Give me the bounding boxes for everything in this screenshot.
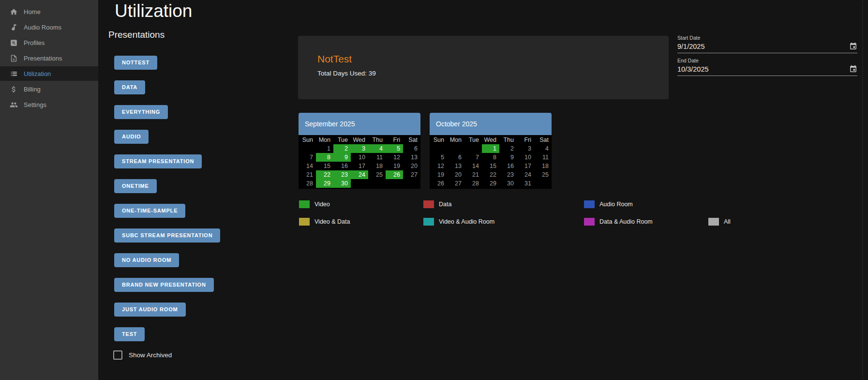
day-cell: 4 [368,144,386,153]
day-cell: 30 [499,179,517,188]
day-cell: 23 [333,170,351,179]
legend-label: Video & Data [314,218,350,225]
day-cell: 14 [464,162,482,170]
day-cell: 31 [517,179,534,188]
day-cell: 5 [430,153,447,162]
day-cell: 10 [517,153,534,162]
sidebar-item-label: Home [24,8,41,15]
day-cell: 30 [333,179,351,188]
presentation-button-just-audio-room[interactable]: JUST AUDIO ROOM [114,303,186,317]
calendar-picker-icon[interactable] [849,42,857,50]
start-date-input[interactable]: 9/1/2025 [677,43,704,50]
start-date-label: Start Date [677,35,857,41]
day-cell: 27 [403,170,420,179]
day-of-week-header: Wed [351,136,368,144]
legend-item-video-audio-room: Video & Audio Room [423,218,494,226]
show-archived-row: Show Archived [113,350,172,360]
legend-label: Audio Room [599,201,633,208]
legend-swatch [708,218,719,226]
sidebar-item-utilization[interactable]: Utilization [0,66,98,81]
day-cell: 22 [482,170,499,179]
start-date-field[interactable]: Start Date 9/1/2025 [677,35,857,53]
calendar-grid: SunMonTueWedThuFriSat1234567891011121314… [430,135,552,189]
day-cell: 13 [403,153,420,162]
legend-label: Video & Audio Room [439,218,494,225]
day-cell: 29 [482,179,499,188]
day-cell: 20 [447,170,464,179]
utilization-page: HomeAudio RoomsProfilesPresentationsUtil… [0,0,868,380]
day-cell: 26 [386,170,403,179]
day-cell: 3 [517,144,534,153]
day-cell: 29 [316,179,333,188]
day-cell: 18 [534,162,552,170]
sidebar-item-label: Presentations [24,55,62,62]
day-of-week-header: Thu [499,136,517,144]
day-cell: 6 [447,153,464,162]
legend-item-video-data: Video & Data [299,218,350,226]
presentation-button-data[interactable]: DATA [114,80,145,94]
legend-item-all: All [708,218,731,226]
day-cell: 24 [517,170,534,179]
presentation-button-nottest[interactable]: NOTTEST [114,56,157,70]
sidebar-item-settings[interactable]: Settings [0,97,98,112]
presentation-button-audio[interactable]: AUDIO [114,130,149,144]
show-archived-label: Show Archived [129,351,172,359]
empty-day-cell [534,179,552,188]
legend-swatch [423,218,434,226]
vertical-scrollbar[interactable] [862,0,868,380]
presentation-name: NotTest [317,53,352,65]
presentation-button-brand-new-presentation[interactable]: BRAND NEW PRESENTATION [114,278,214,292]
end-date-field[interactable]: End Date 10/3/2025 [677,58,857,76]
presentation-button-onetime[interactable]: ONETIME [114,179,157,193]
day-cell: 24 [351,170,368,179]
day-cell: 13 [447,162,464,170]
music-note-icon [10,23,18,31]
presentation-button-everything[interactable]: EVERYTHING [114,105,168,119]
home-icon [10,8,18,16]
calendar-grid: SunMonTueWedThuFriSat1234567891011121314… [299,135,420,189]
day-cell: 16 [333,162,351,170]
sidebar-nav: HomeAudio RoomsProfilesPresentationsUtil… [0,0,98,380]
end-date-label: End Date [677,58,857,63]
presentation-button-test[interactable]: TEST [114,327,145,341]
legend-swatch [584,218,595,226]
day-cell: 23 [499,170,517,179]
day-cell: 3 [351,144,368,153]
day-cell: 14 [299,162,316,170]
empty-day-cell [299,144,316,153]
presentation-button-one-time-sample[interactable]: ONE-TIME-SAMPLE [114,204,185,218]
sidebar-item-audio-rooms[interactable]: Audio Rooms [0,20,98,34]
calendar-picker-icon[interactable] [849,65,857,73]
empty-day-cell [403,179,420,188]
document-icon [10,54,18,62]
presentations-list: NOTTESTDATAEVERYTHINGAUDIOSTREAM PRESENT… [114,56,220,352]
show-archived-checkbox[interactable] [113,350,122,360]
sidebar-item-billing[interactable]: Billing [0,82,98,96]
legend-item-data-audio-room: Data & Audio Room [584,218,653,226]
sidebar-item-presentations[interactable]: Presentations [0,51,98,65]
sidebar-item-profiles[interactable]: Profiles [0,35,98,50]
presentation-button-subc-stream-presentation[interactable]: SUBC STREAM PRESENTATION [114,228,220,243]
day-of-week-header: Fri [386,136,403,144]
day-cell: 2 [333,144,351,153]
presentation-button-stream-presentation[interactable]: STREAM PRESENTATION [114,154,202,168]
day-cell: 9 [333,153,351,162]
day-cell: 21 [299,170,316,179]
day-cell: 25 [368,170,386,179]
day-cell: 18 [368,162,386,170]
day-of-week-header: Sat [534,136,552,144]
day-of-week-header: Fri [517,136,534,144]
day-cell: 5 [386,144,403,153]
day-cell: 21 [464,170,482,179]
day-of-week-header: Wed [482,136,499,144]
day-cell: 17 [351,162,368,170]
presentation-button-no-audio-room[interactable]: NO AUDIO ROOM [114,253,179,267]
day-cell: 17 [517,162,534,170]
legend-label: Data [439,201,451,208]
day-cell: 7 [464,153,482,162]
empty-day-cell [386,179,403,188]
legend-label: Data & Audio Room [599,218,653,225]
end-date-input[interactable]: 10/3/2025 [677,65,709,73]
sidebar-item-home[interactable]: Home [0,4,98,19]
day-cell: 28 [299,179,316,188]
